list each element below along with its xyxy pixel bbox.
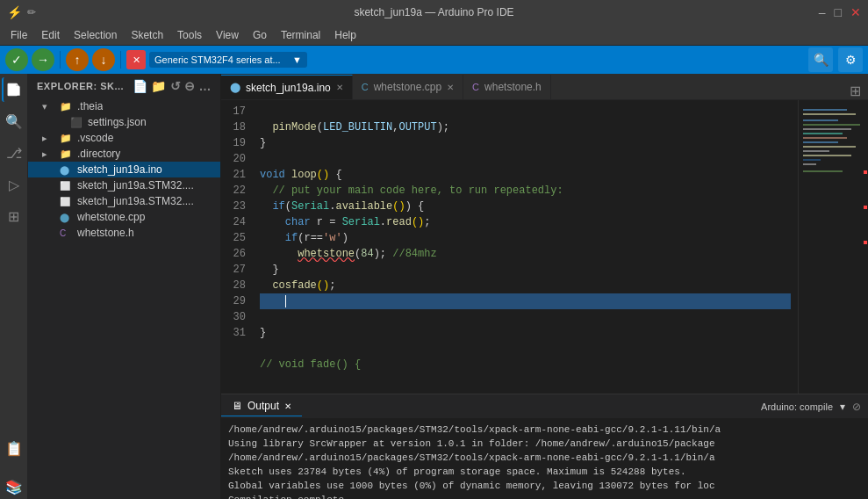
tab-close-button[interactable]: ✕ bbox=[447, 83, 454, 92]
debug-up-button[interactable]: ↑ bbox=[66, 48, 89, 71]
menu-edit[interactable]: Edit bbox=[34, 27, 67, 43]
menu-file[interactable]: File bbox=[4, 27, 34, 43]
menubar: File Edit Selection Sketch Tools View Go… bbox=[0, 25, 868, 46]
menu-sketch[interactable]: Sketch bbox=[124, 27, 170, 43]
activity-libraries[interactable]: 📚 bbox=[2, 474, 26, 499]
tab-sketch-ino[interactable]: ⬤ sketch_jun19a.ino ✕ bbox=[221, 75, 353, 99]
board-dropdown-arrow: ▼ bbox=[292, 54, 302, 65]
board-compile-label: Arduino: compile bbox=[761, 401, 833, 412]
settings-button[interactable]: ⚙ bbox=[838, 47, 863, 72]
h-tab-icon: C bbox=[472, 82, 479, 92]
tree-item-theia[interactable]: ▾ 📁 .theia bbox=[28, 98, 220, 114]
output-line-2: Using library SrcWrapper at version 1.0.… bbox=[228, 437, 861, 451]
activity-boards[interactable]: 📋 bbox=[2, 436, 26, 460]
close-button[interactable]: ✕ bbox=[850, 5, 861, 19]
output-line-4: Sketch uses 23784 bytes (4%) of program … bbox=[228, 465, 861, 479]
menu-terminal[interactable]: Terminal bbox=[274, 27, 327, 43]
board-close-button[interactable]: ✕ bbox=[126, 50, 146, 69]
tree-item-label: sketch_jun19a.ino bbox=[77, 163, 162, 176]
tree-item-sketch-stm32-1[interactable]: ⬜ sketch_jun19a.STM32.... bbox=[28, 177, 220, 193]
tree-item-vscode[interactable]: ▸ 📁 .vscode bbox=[28, 130, 220, 146]
tree-item-label: .vscode bbox=[77, 132, 113, 144]
tree-item-label: .directory bbox=[77, 148, 120, 160]
tree-item-sketch-ino[interactable]: ⬤ sketch_jun19a.ino bbox=[28, 162, 220, 177]
tree-item-label: whetstone.h bbox=[77, 227, 134, 239]
folder-icon: 📁 bbox=[60, 133, 74, 144]
new-folder-icon[interactable]: 📁 bbox=[151, 79, 167, 93]
board-selector[interactable]: Generic STM32F4 series at... ▼ bbox=[149, 52, 307, 68]
toolbar-separator-2 bbox=[120, 51, 121, 69]
activity-search[interactable]: 🔍 bbox=[2, 109, 26, 134]
edit-icon: ✏ bbox=[27, 6, 36, 18]
new-file-icon[interactable]: 📄 bbox=[133, 79, 148, 93]
board-label: Generic STM32F4 series at... bbox=[154, 54, 281, 65]
tree-item-label: whetstone.cpp bbox=[77, 211, 145, 223]
tree-item-whetstone-cpp[interactable]: ⬤ whetstone.cpp bbox=[28, 209, 220, 225]
board-compile-arrow[interactable]: ▾ bbox=[840, 401, 845, 413]
output-tabs: 🖥 Output ✕ Arduino: compile ▾ ⊘ bbox=[221, 394, 868, 419]
tree-item-label: sketch_jun19a.STM32.... bbox=[77, 195, 194, 207]
verify-button[interactable]: ✓ bbox=[5, 48, 28, 71]
json-file-icon: ⬛ bbox=[70, 117, 84, 128]
output-panel: 🖥 Output ✕ Arduino: compile ▾ ⊘ /home/an… bbox=[221, 394, 868, 499]
activity-explorer[interactable] bbox=[2, 77, 26, 102]
app-icon: ⚡ bbox=[7, 5, 22, 19]
minimap bbox=[798, 100, 868, 394]
tab-whetstone-h[interactable]: C whetstone.h bbox=[463, 75, 551, 99]
sidebar-header: EXPLORER: SK... 📄 📁 ↺ ⊖ … bbox=[28, 74, 220, 98]
svg-rect-16 bbox=[803, 159, 821, 161]
tree-item-directory[interactable]: ▸ 📁 .directory bbox=[28, 146, 220, 162]
code-editor[interactable]: pinMode(LED_BUILTIN,OUTPUT); } void loop… bbox=[253, 100, 798, 394]
editor-area: ⬤ sketch_jun19a.ino ✕ C whetstone.cpp ✕ … bbox=[221, 74, 868, 499]
menu-tools[interactable]: Tools bbox=[170, 27, 209, 43]
collapse-icon[interactable]: ⊖ bbox=[184, 79, 196, 93]
minimize-button[interactable]: – bbox=[819, 5, 826, 19]
svg-rect-21 bbox=[864, 241, 867, 244]
output-tab-output[interactable]: 🖥 Output ✕ bbox=[221, 396, 302, 416]
folder-icon: 📁 bbox=[60, 148, 74, 160]
svg-rect-14 bbox=[803, 150, 829, 152]
folder-icon: 📁 bbox=[60, 101, 74, 112]
svg-rect-15 bbox=[803, 155, 851, 156]
tree-item-settings-json[interactable]: ⬛ settings.json bbox=[28, 114, 220, 130]
activity-debug[interactable]: ▷ bbox=[2, 172, 26, 197]
tab-label: whetstone.cpp bbox=[374, 81, 441, 93]
upload-button[interactable]: → bbox=[32, 48, 54, 71]
file-tree: ▾ 📁 .theia ⬛ settings.json ▸ 📁 .vscode bbox=[28, 98, 220, 499]
menu-go[interactable]: Go bbox=[246, 27, 274, 43]
tree-item-sketch-stm32-2[interactable]: ⬜ sketch_jun19a.STM32.... bbox=[28, 193, 220, 209]
svg-rect-13 bbox=[803, 146, 856, 148]
tab-close-button[interactable]: ✕ bbox=[336, 83, 343, 92]
activity-git[interactable]: ⎇ bbox=[2, 141, 26, 165]
tab-whetstone-cpp[interactable]: C whetstone.cpp ✕ bbox=[353, 75, 463, 99]
svg-rect-11 bbox=[803, 137, 847, 139]
output-line-6: Compilation complete bbox=[228, 493, 861, 499]
output-tab-close[interactable]: ✕ bbox=[284, 401, 291, 411]
debug-down-button[interactable]: ↓ bbox=[92, 48, 115, 71]
main-area: 🔍 ⎇ ▷ ⊞ 📋 📚 EXPLORER: SK... 📄 📁 ↺ ⊖ … ▾ … bbox=[0, 74, 868, 499]
maximize-button[interactable]: □ bbox=[835, 5, 842, 19]
svg-rect-7 bbox=[803, 119, 838, 121]
chevron-right-icon: ▸ bbox=[42, 133, 56, 144]
search-button[interactable]: 🔍 bbox=[808, 47, 833, 72]
tree-item-label: .theia bbox=[77, 100, 103, 112]
clear-output-icon[interactable]: ⊘ bbox=[852, 401, 861, 413]
svg-rect-8 bbox=[803, 124, 860, 126]
more-actions-icon[interactable]: … bbox=[199, 79, 212, 93]
tree-item-whetstone-h[interactable]: C whetstone.h bbox=[28, 225, 220, 241]
chevron-right-icon: ▸ bbox=[42, 148, 56, 160]
cpp-file-icon: ⬤ bbox=[60, 213, 74, 222]
output-content: /home/andrew/.arduino15/packages/STM32/t… bbox=[221, 419, 868, 499]
activity-extensions[interactable]: ⊞ bbox=[2, 204, 26, 228]
svg-rect-9 bbox=[803, 128, 851, 130]
titlebar-left: ⚡ ✏ bbox=[7, 5, 36, 19]
svg-rect-6 bbox=[803, 113, 856, 115]
menu-view[interactable]: View bbox=[209, 27, 246, 43]
editor-layout-icon[interactable]: ⊞ bbox=[850, 83, 861, 99]
menu-help[interactable]: Help bbox=[327, 27, 363, 43]
code-container[interactable]: 17 18 19 20 21 22 23 24 25 26 27 28 29 3… bbox=[221, 100, 868, 394]
output-line-1: /home/andrew/.arduino15/packages/STM32/t… bbox=[228, 423, 861, 437]
refresh-icon[interactable]: ↺ bbox=[170, 79, 182, 93]
output-line-5: Global variables use 1000 bytes (0%) of … bbox=[228, 479, 861, 493]
menu-selection[interactable]: Selection bbox=[67, 27, 124, 43]
